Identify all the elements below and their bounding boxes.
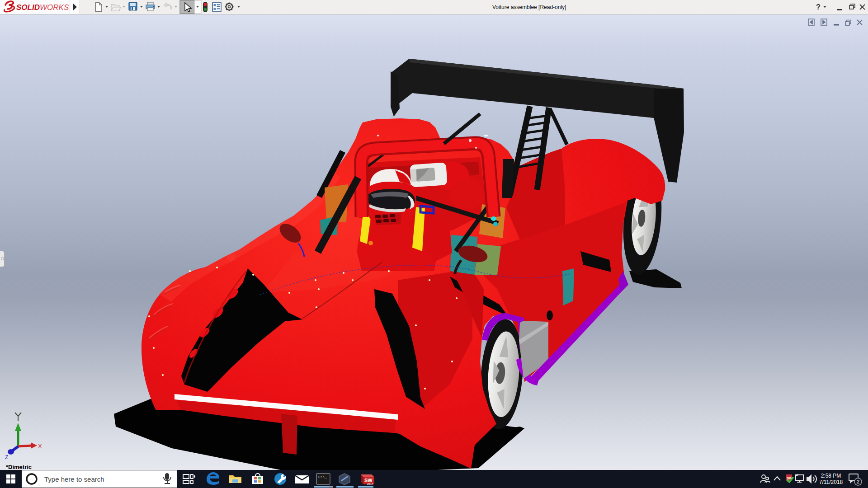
svg-text:SOLID: SOLID: [16, 3, 40, 12]
svg-text:2017: 2017: [367, 483, 373, 485]
svg-text:Z: Z: [5, 454, 8, 460]
svg-text:?: ?: [816, 3, 821, 11]
svg-text:WORKS: WORKS: [40, 3, 69, 12]
svg-text:2: 2: [857, 479, 859, 484]
svg-text:X: X: [38, 443, 42, 450]
svg-text:C:\_: C:\_: [318, 475, 327, 479]
